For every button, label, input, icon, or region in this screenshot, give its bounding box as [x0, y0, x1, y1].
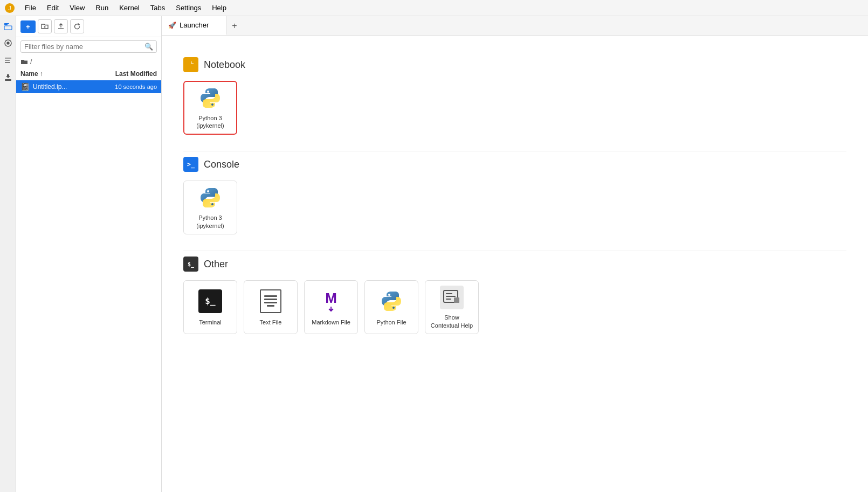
toc-icon[interactable]	[2, 54, 15, 67]
svg-point-18	[392, 307, 395, 309]
svg-rect-9	[5, 62, 10, 63]
other-cards: $_ Terminal Text File	[183, 280, 846, 334]
breadcrumb-path: /	[30, 58, 32, 66]
new-launcher-button[interactable]: +	[20, 20, 36, 33]
icon-bar	[0, 16, 16, 492]
notebook-file-icon: 📓	[20, 82, 30, 91]
menu-run[interactable]: Run	[91, 3, 113, 13]
search-input[interactable]	[24, 43, 144, 51]
notebook-section-icon	[183, 57, 198, 72]
console-python3-card[interactable]: Python 3(ipykernel)	[183, 181, 237, 234]
svg-rect-22	[446, 299, 451, 300]
notebook-python3-card[interactable]: Python 3(ipykernel)	[183, 81, 237, 135]
breadcrumb: /	[16, 56, 161, 68]
contextual-help-card[interactable]: Show Contextual Help	[425, 280, 479, 334]
svg-rect-21	[446, 296, 456, 297]
svg-rect-10	[5, 79, 11, 81]
python-console-icon	[197, 185, 223, 210]
notebook-section-header: Notebook	[183, 57, 846, 72]
contextual-help-label: Show Contextual Help	[430, 314, 474, 329]
svg-rect-20	[446, 293, 452, 294]
tab-bar: 🚀 Launcher +	[162, 16, 868, 36]
console-section-icon: >_	[183, 157, 198, 172]
console-section-header: >_ Console	[183, 157, 846, 172]
textfile-card[interactable]: Text File	[244, 280, 298, 334]
console-python3-label: Python 3(ipykernel)	[196, 214, 224, 230]
markdown-icon: M	[319, 289, 343, 313]
sort-name-button[interactable]: Name ↑	[20, 70, 92, 78]
console-cards: Python 3(ipykernel)	[183, 181, 846, 234]
svg-point-13	[207, 91, 209, 93]
svg-point-15	[207, 190, 209, 192]
running-icon[interactable]	[2, 37, 15, 50]
markdown-card[interactable]: M Markdown File	[304, 280, 358, 334]
svg-rect-4	[4, 23, 9, 24]
other-section-header: $_ Other	[183, 257, 846, 272]
refresh-button[interactable]	[70, 19, 84, 33]
notebook-section-title: Notebook	[204, 59, 245, 71]
sort-indicator: ↑	[40, 70, 43, 78]
textfile-label: Text File	[260, 318, 282, 326]
upload-button[interactable]	[54, 19, 68, 33]
divider-2	[183, 251, 846, 251]
svg-rect-7	[5, 58, 11, 59]
tab-launcher[interactable]: 🚀 Launcher	[162, 16, 226, 35]
notebook-cards: Python 3(ipykernel)	[183, 81, 846, 135]
svg-rect-3	[4, 26, 12, 30]
menubar: J File Edit View Run Kernel Tabs Setting…	[0, 0, 868, 16]
file-list-header: Name ↑ Last Modified	[16, 68, 161, 80]
other-section-title: Other	[204, 259, 228, 270]
main-layout: +	[0, 16, 868, 492]
divider-1	[183, 151, 846, 151]
svg-point-6	[7, 42, 9, 44]
search-icon: 🔍	[144, 43, 153, 51]
search-row: 🔍	[20, 40, 157, 53]
markdown-card-icon: M	[318, 288, 344, 314]
new-folder-button[interactable]	[38, 19, 52, 33]
menu-kernel[interactable]: Kernel	[115, 3, 144, 13]
pythonfile-label: Python File	[376, 318, 406, 326]
terminal-label: Terminal	[199, 318, 222, 326]
svg-point-17	[388, 294, 390, 296]
extension-icon[interactable]	[2, 71, 15, 84]
terminal-card[interactable]: $_ Terminal	[183, 280, 237, 334]
file-row[interactable]: 📓 Untitled.ip... 10 seconds ago	[16, 80, 161, 93]
svg-point-14	[211, 103, 213, 106]
other-section-icon: $_	[183, 257, 198, 272]
sidebar: +	[16, 16, 162, 492]
svg-text:J: J	[9, 5, 11, 11]
console-section-title: Console	[204, 159, 239, 170]
menu-help[interactable]: Help	[208, 3, 231, 13]
menu-view[interactable]: View	[65, 3, 89, 13]
app-logo: J	[4, 3, 15, 13]
svg-rect-8	[5, 60, 10, 61]
right-panel: 🚀 Launcher + Notebook	[162, 16, 868, 492]
col-modified-label: Last Modified	[92, 70, 157, 78]
terminal-card-icon: $_	[197, 288, 223, 314]
pythonfile-card-icon	[378, 288, 404, 314]
textfile-card-icon	[258, 288, 284, 314]
menu-file[interactable]: File	[20, 3, 40, 13]
plus-icon: +	[26, 23, 30, 31]
svg-point-16	[211, 203, 213, 205]
notebook-python3-label: Python 3(ipykernel)	[196, 114, 224, 130]
tab-add-button[interactable]: +	[226, 16, 243, 35]
launcher-tab-icon: 🚀	[168, 22, 176, 29]
launcher-content: Notebook	[162, 36, 868, 492]
markdown-label: Markdown File	[312, 318, 350, 326]
menu-settings[interactable]: Settings	[171, 3, 205, 13]
menu-edit[interactable]: Edit	[43, 3, 63, 13]
menu-tabs[interactable]: Tabs	[146, 3, 169, 13]
file-name: Untitled.ip...	[33, 83, 92, 91]
pythonfile-card[interactable]: Python File	[364, 280, 418, 334]
filebrowser-icon[interactable]	[2, 19, 15, 32]
textfile-icon	[260, 289, 281, 313]
svg-rect-23	[454, 297, 459, 303]
file-list: 📓 Untitled.ip... 10 seconds ago	[16, 80, 161, 492]
file-modified: 10 seconds ago	[92, 84, 157, 90]
sidebar-toolbar: +	[16, 16, 161, 37]
contextual-help-icon	[439, 285, 465, 309]
python-notebook-icon	[197, 86, 223, 110]
terminal-icon: $_	[198, 289, 222, 313]
tab-launcher-label: Launcher	[180, 21, 209, 29]
